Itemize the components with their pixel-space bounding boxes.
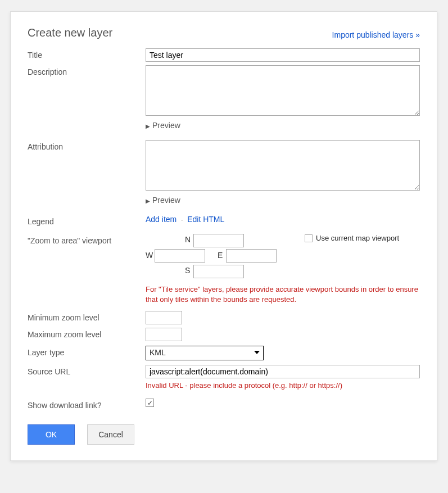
- dialog-title: Create new layer: [28, 26, 112, 39]
- layer-type-select[interactable]: KML: [146, 346, 264, 360]
- title-input[interactable]: [146, 48, 420, 62]
- chevron-right-icon: ▶: [146, 198, 150, 204]
- caret-down-icon: [254, 351, 260, 354]
- viewport-bounds-grid: N W E S: [146, 234, 289, 279]
- import-published-layers-link[interactable]: Import published layers »: [332, 30, 420, 39]
- viewport-e-label: E: [218, 251, 223, 260]
- viewport-e-input[interactable]: [226, 249, 277, 263]
- viewport-n-label: N: [185, 235, 191, 244]
- attribution-textarea[interactable]: [146, 140, 420, 191]
- viewport-w-label: W: [146, 251, 153, 260]
- max-zoom-label: Maximum zoom level: [28, 328, 146, 339]
- use-current-viewport-checkbox[interactable]: Use current map viewport: [305, 234, 399, 242]
- title-label: Title: [28, 48, 146, 60]
- create-layer-dialog: Create new layer Import published layers…: [10, 11, 437, 461]
- download-checkbox[interactable]: ✓: [146, 399, 154, 407]
- viewport-label: "Zoom to area" viewport: [28, 234, 146, 245]
- min-zoom-label: Minimum zoom level: [28, 311, 146, 322]
- legend-label: Legend: [28, 215, 146, 226]
- source-url-error: Invalid URL - please include a protocol …: [146, 381, 420, 391]
- source-url-input[interactable]: [146, 365, 420, 378]
- viewport-s-input[interactable]: [193, 265, 244, 278]
- description-preview-toggle[interactable]: ▶Preview: [146, 121, 420, 130]
- description-label: Description: [28, 65, 146, 76]
- ok-button[interactable]: OK: [28, 424, 75, 445]
- viewport-hint: For "Tile service" layers, please provid…: [146, 284, 420, 304]
- source-url-label: Source URL: [28, 365, 146, 376]
- description-textarea[interactable]: [146, 65, 420, 116]
- checkbox-icon: [305, 234, 313, 242]
- legend-edit-html-link[interactable]: Edit HTML: [187, 215, 224, 224]
- min-zoom-input[interactable]: [146, 311, 182, 324]
- legend-add-item-link[interactable]: Add item: [146, 215, 177, 224]
- layer-type-label: Layer type: [28, 346, 146, 357]
- max-zoom-input[interactable]: [146, 328, 182, 341]
- cancel-button[interactable]: Cancel: [87, 424, 134, 445]
- viewport-s-label: S: [185, 266, 190, 275]
- viewport-w-input[interactable]: [155, 249, 205, 263]
- attribution-preview-toggle[interactable]: ▶Preview: [146, 196, 420, 205]
- viewport-n-input[interactable]: [193, 234, 244, 247]
- chevron-right-icon: ▶: [146, 123, 150, 129]
- download-label: Show download link?: [28, 399, 146, 410]
- attribution-label: Attribution: [28, 140, 146, 151]
